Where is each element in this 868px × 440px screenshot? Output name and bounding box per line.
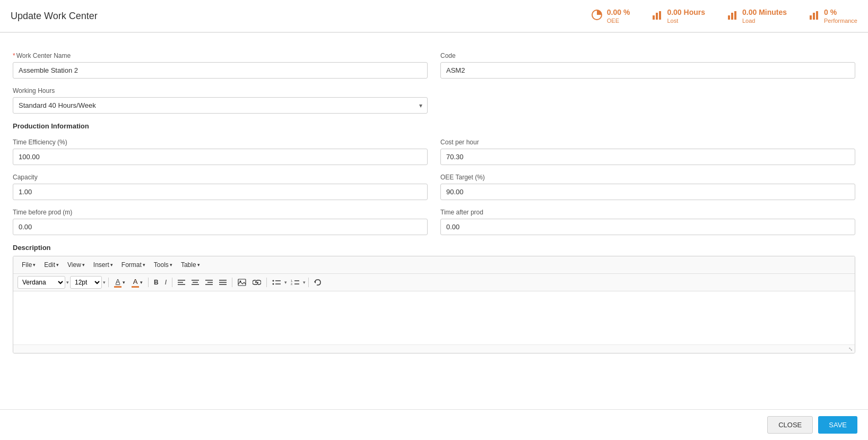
format-menu[interactable]: Format ▾ [117, 260, 150, 270]
group-work-center-name: *Work Center Name [13, 52, 428, 79]
bg-color-button[interactable]: A ▾ [129, 276, 145, 289]
numbered-list-button[interactable]: 1. 2. [288, 276, 302, 289]
page-header: Update Work Center 0.00 % OEE [0, 0, 868, 32]
bar-chart-load-icon [726, 9, 738, 23]
stat-oee[interactable]: 0.00 % OEE [591, 7, 630, 24]
image-button[interactable] [235, 276, 249, 289]
bullet-list-button[interactable] [270, 276, 283, 289]
performance-label: Performance [824, 17, 857, 24]
stat-load[interactable]: 0.00 Minutes Load [726, 7, 787, 24]
lost-label: Lost [667, 17, 705, 24]
bullet-list-arrow: ▾ [284, 280, 287, 285]
toolbar-sep-4 [232, 278, 232, 287]
edit-menu[interactable]: Edit ▾ [40, 260, 63, 270]
editor-resize-handle: ⤡ [13, 344, 855, 353]
svg-rect-4 [728, 15, 730, 20]
row-working-hours: Working Hours Standard 40 Hours/Week [13, 87, 855, 114]
row-efficiency-cost: Time Efficiency (%) Cost per hour [13, 139, 855, 165]
time-after-input[interactable] [440, 219, 855, 235]
group-time-before: Time before prod (m) [13, 209, 428, 235]
svg-point-26 [273, 283, 274, 285]
editor-menubar: File ▾ Edit ▾ View ▾ Insert ▾ Format ▾ T… [13, 256, 855, 274]
group-time-efficiency: Time Efficiency (%) [13, 139, 428, 165]
group-code-spacer [440, 87, 855, 114]
svg-rect-7 [810, 15, 812, 20]
undo-button[interactable] [311, 276, 324, 289]
toolbar-sep-3 [172, 278, 172, 287]
svg-rect-1 [653, 15, 655, 20]
performance-number: 0 [824, 8, 828, 16]
group-capacity: Capacity [13, 174, 428, 200]
size-arrow-icon: ▾ [103, 280, 106, 285]
font-family-select[interactable]: Verdana [18, 276, 65, 289]
group-code: Code [440, 52, 855, 79]
toolbar-sep-1 [108, 278, 109, 287]
load-label: Load [742, 17, 787, 24]
time-before-input[interactable] [13, 219, 428, 235]
insert-menu[interactable]: Insert ▾ [89, 260, 117, 270]
stat-lost[interactable]: 0.00 Hours Lost [651, 7, 705, 24]
group-working-hours: Working Hours Standard 40 Hours/Week [13, 87, 428, 114]
oee-target-input[interactable] [440, 184, 855, 200]
page-title: Update Work Center [11, 11, 591, 22]
editor-content-area[interactable] [13, 291, 855, 344]
file-menu[interactable]: File ▾ [18, 260, 40, 270]
work-center-name-input[interactable] [13, 62, 428, 79]
svg-text:2.: 2. [291, 282, 293, 286]
editor-toolbar: Verdana ▾ 12pt ▾ A ▾ A [13, 274, 855, 291]
group-oee-target: OEE Target (%) [440, 174, 855, 200]
svg-rect-3 [659, 11, 661, 20]
cost-per-hour-label: Cost per hour [440, 139, 855, 146]
svg-rect-2 [656, 13, 658, 20]
svg-rect-6 [734, 11, 736, 20]
svg-rect-22 [238, 279, 246, 286]
pie-chart-icon [591, 9, 603, 23]
description-section: Description File ▾ Edit ▾ View ▾ Insert … [13, 244, 855, 353]
bar-chart-lost-icon [651, 9, 663, 23]
font-color-button[interactable]: A ▾ [111, 276, 128, 289]
align-left-button[interactable] [175, 276, 188, 289]
toolbar-sep-5 [266, 278, 267, 287]
load-number: 0.00 [742, 8, 757, 16]
group-cost-per-hour: Cost per hour [440, 139, 855, 165]
justify-button[interactable] [216, 276, 229, 289]
working-hours-label: Working Hours [13, 87, 428, 94]
stat-performance[interactable]: 0 % Performance [808, 7, 857, 24]
bold-button[interactable]: B [151, 276, 161, 289]
oee-unit: % [623, 8, 630, 16]
tools-menu[interactable]: Tools ▾ [150, 260, 177, 270]
view-menu[interactable]: View ▾ [63, 260, 89, 270]
align-right-button[interactable] [203, 276, 215, 289]
row-time-before-after: Time before prod (m) Time after prod [13, 209, 855, 235]
time-before-label: Time before prod (m) [13, 209, 428, 216]
svg-rect-9 [816, 11, 818, 20]
row-capacity-oee: Capacity OEE Target (%) [13, 174, 855, 200]
italic-button[interactable]: I [162, 276, 169, 289]
table-menu[interactable]: Table ▾ [177, 260, 204, 270]
work-center-name-label: *Work Center Name [13, 52, 428, 59]
align-center-button[interactable] [189, 276, 202, 289]
capacity-label: Capacity [13, 174, 428, 181]
svg-rect-5 [731, 13, 733, 20]
lost-unit: Hours [684, 8, 705, 16]
toolbar-sep-6 [308, 278, 309, 287]
font-size-select[interactable]: 12pt [70, 276, 102, 289]
oee-number: 0.00 [607, 8, 621, 16]
form-container: *Work Center Name Code Working Hours Sta… [0, 41, 868, 364]
time-after-label: Time after prod [440, 209, 855, 216]
oee-label: OEE [607, 17, 630, 24]
numbered-list-arrow: ▾ [303, 280, 306, 285]
code-input[interactable] [440, 62, 855, 79]
description-label: Description [13, 244, 855, 252]
cost-per-hour-input[interactable] [440, 149, 855, 165]
working-hours-select[interactable]: Standard 40 Hours/Week [13, 97, 428, 114]
capacity-input[interactable] [13, 184, 428, 200]
editor-container: File ▾ Edit ▾ View ▾ Insert ▾ Format ▾ T… [13, 256, 855, 353]
link-button[interactable] [250, 276, 264, 289]
time-efficiency-label: Time Efficiency (%) [13, 139, 428, 146]
toolbar-sep-2 [148, 278, 149, 287]
time-efficiency-input[interactable] [13, 149, 428, 165]
working-hours-select-wrapper: Standard 40 Hours/Week [13, 97, 428, 114]
load-unit: Minutes [759, 8, 787, 16]
lost-number: 0.00 [667, 8, 681, 16]
